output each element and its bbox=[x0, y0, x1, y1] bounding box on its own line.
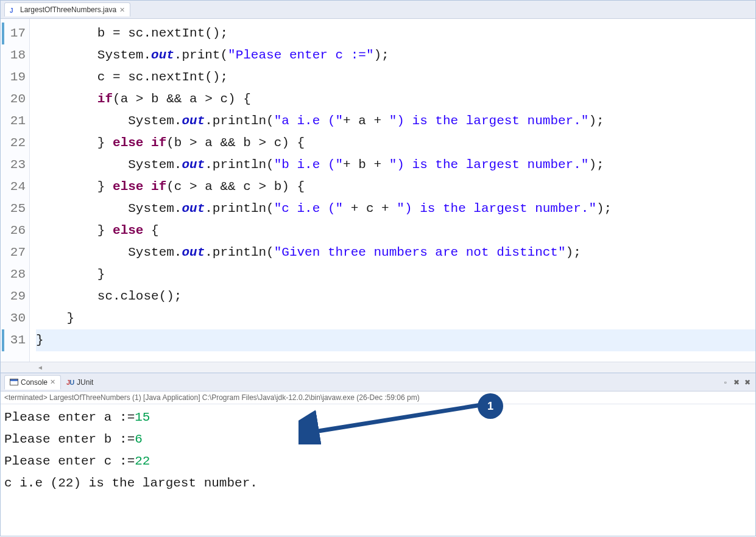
annotation-marker: 1 bbox=[478, 393, 503, 419]
console-status: <terminated> LargestOfThreeNumbers (1) [… bbox=[1, 391, 755, 404]
horizontal-scrollbar[interactable]: ◄ bbox=[1, 362, 755, 373]
close-icon[interactable]: ✕ bbox=[50, 378, 55, 386]
console-toolbar: ▫ ✖ ✖ bbox=[721, 378, 752, 387]
remove-launch-icon[interactable]: ✖ bbox=[732, 378, 741, 387]
bottom-tab-bar: Console ✕ JU JUnit ▫ ✖ ✖ bbox=[1, 373, 755, 391]
editor-tab-bar: LargestOfThreeNumbers.java ✕ bbox=[1, 1, 755, 19]
editor-tab-filename: LargestOfThreeNumbers.java bbox=[20, 5, 116, 14]
editor-pane: LargestOfThreeNumbers.java ✕ 17181920212… bbox=[0, 0, 756, 373]
console-output[interactable]: Please enter a :=15Please enter b :=6Ple… bbox=[1, 404, 755, 536]
console-icon bbox=[10, 379, 18, 385]
code-area[interactable]: 171819202122232425262728293031 b = sc.ne… bbox=[1, 19, 755, 362]
minimize-icon[interactable]: ▫ bbox=[721, 378, 730, 387]
close-icon[interactable]: ✕ bbox=[119, 6, 125, 14]
bottom-panel: Console ✕ JU JUnit ▫ ✖ ✖ <terminated> La… bbox=[0, 373, 756, 536]
tab-junit[interactable]: JU JUnit bbox=[61, 375, 99, 390]
code-content[interactable]: b = sc.nextInt(); System.out.print("Plea… bbox=[30, 19, 755, 362]
line-number-gutter: 171819202122232425262728293031 bbox=[1, 19, 30, 362]
tab-console-label: Console bbox=[21, 378, 48, 387]
tab-console[interactable]: Console ✕ bbox=[4, 375, 61, 390]
editor-tab[interactable]: LargestOfThreeNumbers.java ✕ bbox=[4, 2, 130, 16]
remove-all-icon[interactable]: ✖ bbox=[743, 378, 752, 387]
junit-icon: JU bbox=[66, 379, 74, 386]
scroll-left-icon[interactable]: ◄ bbox=[37, 364, 43, 371]
java-file-icon bbox=[10, 6, 17, 13]
annotation-marker-number: 1 bbox=[487, 400, 493, 413]
tab-junit-label: JUnit bbox=[77, 378, 93, 387]
